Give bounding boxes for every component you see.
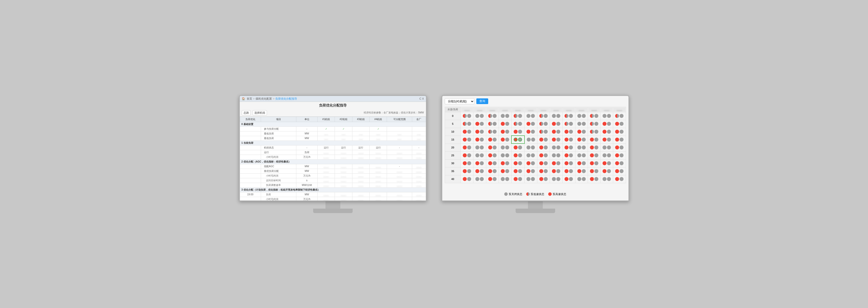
select-unit-btn[interactable]: 选择机组 (253, 110, 267, 115)
pump-cell (499, 175, 512, 183)
pump-circle (556, 153, 560, 157)
row-label: 5 (445, 120, 461, 128)
pump-circle (602, 169, 607, 173)
pump-cell (562, 143, 575, 151)
pump-circle (544, 169, 548, 173)
pump-cell (486, 167, 499, 175)
pump-circle (514, 114, 518, 118)
pump-circle (620, 114, 623, 118)
pump-circle (467, 145, 471, 149)
pump-circle (539, 130, 543, 134)
pump-circle (615, 169, 619, 173)
pump-circle (564, 177, 568, 181)
pump-circle (480, 130, 484, 134)
pump-circle (556, 177, 560, 181)
stand-base-right (516, 209, 555, 213)
pump-circle (552, 145, 556, 149)
pump-circle (514, 130, 518, 134)
pump-circle (564, 138, 568, 142)
pump-circle (539, 153, 543, 157)
pump-cell (550, 151, 562, 159)
pump-circle (518, 114, 522, 118)
pump-cell (499, 128, 512, 136)
pump-circle (569, 138, 573, 142)
pump-circle (526, 177, 530, 181)
pump-circle (602, 145, 607, 149)
pump-circle (493, 114, 497, 118)
pump-circle (531, 153, 535, 157)
pump-cell (588, 112, 600, 120)
pump-circle (463, 153, 467, 157)
all-routes-btn[interactable]: 总路 (242, 110, 251, 115)
pump-cell (499, 112, 512, 120)
pump-circle (488, 169, 492, 173)
pump-cell (588, 120, 600, 128)
pump-circle (475, 130, 479, 134)
right-header: 分组1(#1机组) 查询 (445, 98, 626, 104)
pump-circle (475, 177, 479, 181)
pump-circle (467, 138, 471, 142)
query-button[interactable]: 查询 (476, 98, 488, 104)
pump-circle (467, 161, 471, 165)
pump-cell (499, 159, 512, 167)
pump-circle (531, 145, 535, 149)
pump-cell (512, 112, 524, 120)
breadcrumb-config[interactable]: 煤耗优化配置 (256, 97, 272, 101)
pump-circle (590, 122, 594, 126)
pump-circle (577, 114, 581, 118)
pump-cell (600, 167, 613, 175)
pump-circle (544, 177, 548, 181)
pump-cell (537, 120, 550, 128)
toolbar: 总路 选择机组 经济性目标参数：全厂发电效益；优化计算步长：5MW (240, 109, 426, 117)
pump-circle (594, 114, 598, 118)
legend: 泵关闭状态 泵低速状态 泵高速状态 (445, 191, 626, 198)
pump-circle (582, 145, 586, 149)
pump-circle (620, 169, 623, 173)
pump-circle (552, 177, 556, 181)
pump-circle (467, 130, 471, 134)
pump-circle (501, 130, 505, 134)
window-controls[interactable]: C X (419, 97, 424, 100)
pump-circle (518, 122, 522, 126)
pump-circle (544, 114, 548, 118)
pump-cell (525, 159, 537, 167)
pump-circle (505, 169, 509, 173)
pump-circle (488, 177, 492, 181)
pump-circle (569, 114, 573, 118)
pump-circle (564, 161, 568, 165)
pump-circle (526, 161, 530, 165)
pump-cell (613, 128, 626, 136)
col-header-water-temp: 水温/负荷 (445, 107, 461, 112)
pump-cell (461, 112, 473, 120)
pump-cell (562, 112, 575, 120)
pump-cell (613, 151, 626, 159)
col-header-7: 可分配范围 (387, 117, 412, 122)
table-row: 机组状态 - 运行 运行 运行 运行 - - (240, 145, 426, 150)
pump-circle (607, 114, 611, 118)
group-select[interactable]: 分组1(#1机组) (445, 98, 474, 104)
pump-circle (505, 122, 509, 126)
table-row: 负荷调整速率 MW/分钟 ____ ____ ____ ____ ____ __… (240, 183, 426, 187)
col-header-5: #3机组 (352, 117, 369, 122)
pump-cell (550, 143, 562, 151)
pump-circle (594, 169, 598, 173)
pump-circle (480, 122, 484, 126)
pump-circle (607, 138, 611, 142)
pump-circle (526, 130, 530, 134)
pump-circle (607, 130, 611, 134)
table-row: 参与负荷分配 - ✓ ✓ ✓ (240, 127, 426, 131)
pump-circle (564, 114, 568, 118)
pump-circle (594, 130, 598, 134)
pump-circle (526, 169, 530, 173)
pump-circle (577, 145, 581, 149)
left-screen: 🏠 首页 > 煤耗优化配置 > 负荷优化分配指导 C X (239, 95, 427, 201)
pump-cell (473, 128, 486, 136)
pump-circle (501, 145, 505, 149)
pump-circle (569, 122, 573, 126)
pump-circle (480, 169, 484, 173)
right-monitor: 分组1(#1机组) 查询 水温/负荷 __ (441, 95, 629, 213)
breadcrumb-home[interactable]: 首页 (247, 97, 252, 101)
table-row: 19:00 负荷 MW ____ ____ ____ ____ ____ ___… (240, 192, 426, 197)
pump-circle (467, 122, 471, 126)
pump-cell (512, 175, 524, 183)
